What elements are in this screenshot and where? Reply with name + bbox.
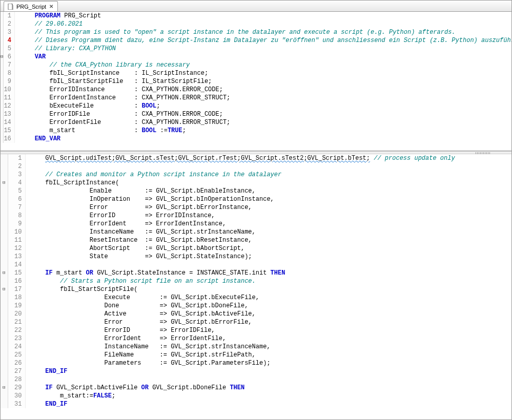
code-text[interactable]: Error => GVL_Script.bErrorFile, — [25, 318, 511, 326]
code-text[interactable]: END_IF — [25, 400, 511, 408]
code-line[interactable]: 22 ErrorID => ErrorIDFile, — [1, 326, 511, 334]
code-text[interactable]: ErrorIdentFile : CXA_PYTHON.ERROR_STRUCT… — [14, 118, 511, 127]
code-line[interactable]: 27 END_IF — [1, 367, 511, 375]
code-line[interactable]: 8 ErrorID => ErrorIDInstance, — [1, 212, 511, 220]
code-line[interactable]: 10 InstanceName := GVL_Script.strInstanc… — [1, 228, 511, 236]
code-text[interactable]: bExecuteFile : BOOL; — [14, 102, 511, 110]
code-line[interactable]: 13 State => GVL_Script.StateInstance); — [1, 253, 511, 261]
code-text[interactable]: InstanceName := GVL_Script.strInstanceNa… — [25, 228, 511, 236]
code-text[interactable]: // 29.06.2021 — [14, 20, 511, 28]
code-text[interactable]: IF GVL_Script.bActiveFile OR GVL_Script.… — [25, 384, 511, 392]
code-text[interactable]: InstanceName := GVL_Script.strInstanceNa… — [25, 343, 511, 351]
code-line[interactable]: 5 Enable := GVL_Script.bEnableInstance, — [1, 187, 511, 195]
code-text[interactable]: fbIL_ScriptInstance : IL_ScriptInstance; — [14, 69, 511, 77]
code-line[interactable]: ⊟15 IF m_start OR GVL_Script.StateInstan… — [1, 269, 511, 277]
code-line[interactable]: 5 // Library: CXA_PYTHON — [1, 45, 511, 53]
code-line[interactable]: 13 ErrorIDFile : CXA_PYTHON.ERROR_CODE; — [1, 110, 511, 118]
code-text[interactable]: PROGRAM PRG_Script — [14, 12, 511, 20]
code-line[interactable]: 24 InstanceName := GVL_Script.strInstanc… — [1, 343, 511, 351]
code-text[interactable]: ResetInstance := GVL_Script.bResetInstan… — [25, 236, 511, 244]
fold-gutter[interactable]: ⊟ — [1, 53, 4, 61]
code-line[interactable]: 21 Error => GVL_Script.bErrorFile, — [1, 318, 511, 326]
code-line[interactable]: 3 // This program is used to "open" a sc… — [1, 28, 511, 36]
code-text[interactable]: ErrorIdent => ErrorIdentFile, — [25, 334, 511, 343]
code-line[interactable]: 7 Error => GVL_Script.bErrorInstance, — [1, 203, 511, 212]
code-text[interactable]: // Library: CXA_PYTHON — [14, 45, 511, 53]
code-text[interactable]: ErrorIdent => ErrorIdentInstance, — [25, 220, 511, 228]
code-text[interactable]: ErrorIDFile : CXA_PYTHON.ERROR_CODE; — [14, 110, 511, 118]
collapse-icon[interactable]: ⊟ — [3, 270, 5, 276]
code-line[interactable]: ⊟4 fbIL_ScriptInstance( — [1, 179, 511, 187]
code-line[interactable]: ⊟17 fbIL_StartScriptFile( — [1, 285, 511, 293]
code-text[interactable]: Done => GVL_Script.bDoneFile, — [25, 302, 511, 310]
code-text[interactable]: InOperation => GVL_Script.bInOperationIn… — [25, 195, 511, 203]
code-line[interactable]: ⊟29 IF GVL_Script.bActiveFile OR GVL_Scr… — [1, 384, 511, 392]
code-line[interactable]: 8 fbIL_ScriptInstance : IL_ScriptInstanc… — [1, 69, 511, 77]
code-line[interactable]: 25 FileName := GVL_Script.strFilePath, — [1, 351, 511, 359]
code-line[interactable]: 7 // the CXA_Python library is necessary — [1, 61, 511, 69]
code-text[interactable]: State => GVL_Script.StateInstance); — [25, 253, 511, 261]
code-line[interactable]: 3 // Creates and monitor a Python script… — [1, 171, 511, 179]
code-line[interactable]: 30 m_start:=FALSE; — [1, 392, 511, 400]
code-line[interactable]: 14 — [1, 261, 511, 269]
code-line[interactable]: 26 Parameters := GVL_Script.ParametersFi… — [1, 359, 511, 367]
code-text[interactable]: IF m_start OR GVL_Script.StateInstance =… — [25, 269, 511, 277]
code-text[interactable]: fbIL_StartScriptFile( — [25, 285, 511, 293]
code-line[interactable]: 20 Active => GVL_Script.bActiveFile, — [1, 310, 511, 318]
code-text[interactable]: Active => GVL_Script.bActiveFile, — [25, 310, 511, 318]
code-text[interactable]: ErrorIDInstance : CXA_PYTHON.ERROR_CODE; — [14, 86, 511, 94]
code-text[interactable]: // the CXA_Python library is necessary — [14, 61, 511, 69]
fold-gutter[interactable]: ⊟ — [1, 179, 8, 187]
code-text[interactable]: Parameters := GVL_Script.ParametersFile)… — [25, 359, 511, 367]
tab-prg-script[interactable]: PRG_Script ✕ — [4, 1, 58, 11]
code-text[interactable]: END_VAR — [14, 135, 511, 143]
code-line[interactable]: 1 PROGRAM PRG_Script — [1, 12, 511, 20]
code-line[interactable]: 2 // 29.06.2021 — [1, 20, 511, 28]
code-line[interactable]: 4 // Dieses Programm dient dazu, eine Sc… — [1, 36, 511, 45]
code-text[interactable]: // Creates and monitor a Python script i… — [25, 171, 511, 179]
code-text[interactable] — [25, 375, 511, 384]
code-line[interactable]: 9 ErrorIdent => ErrorIdentInstance, — [1, 220, 511, 228]
code-line[interactable]: 9 fbIL_StartScriptFile : IL_StartScriptF… — [1, 77, 511, 86]
implementation-pane[interactable]: 1 GVL_Script.udiTest;GVL_Script.sTest;GV… — [1, 154, 511, 419]
code-text[interactable]: // This program is used to "open" a scri… — [14, 28, 511, 36]
code-text[interactable]: m_start : BOOL :=TRUE; — [14, 127, 511, 135]
code-line[interactable]: 10 ErrorIDInstance : CXA_PYTHON.ERROR_CO… — [1, 86, 511, 94]
code-text[interactable]: VAR — [14, 53, 511, 61]
code-text[interactable]: fbIL_StartScriptFile : IL_StartScriptFil… — [14, 77, 511, 86]
code-text[interactable]: ErrorIdentInstance : CXA_PYTHON.ERROR_ST… — [14, 94, 511, 102]
fold-gutter[interactable]: ⊟ — [1, 269, 8, 277]
code-text[interactable]: // Dieses Programm dient dazu, eine Scri… — [14, 36, 511, 45]
code-line[interactable]: 11 ResetInstance := GVL_Script.bResetIns… — [1, 236, 511, 244]
code-text[interactable]: END_IF — [25, 367, 511, 375]
code-text[interactable]: GVL_Script.udiTest;GVL_Script.sTest;GVL_… — [25, 154, 511, 162]
code-line[interactable]: 28 — [1, 375, 511, 384]
code-line[interactable]: 23 ErrorIdent => ErrorIdentFile, — [1, 334, 511, 343]
code-line[interactable]: 19 Done => GVL_Script.bDoneFile, — [1, 302, 511, 310]
fold-gutter[interactable]: ⊟ — [1, 384, 8, 392]
pane-splitter[interactable] — [1, 151, 511, 154]
collapse-icon[interactable]: ⊟ — [3, 385, 5, 390]
code-text[interactable] — [25, 162, 511, 171]
collapse-icon[interactable]: ⊟ — [3, 180, 5, 185]
code-line[interactable]: 11 ErrorIdentInstance : CXA_PYTHON.ERROR… — [1, 94, 511, 102]
collapse-icon[interactable]: ⊟ — [3, 287, 5, 292]
collapse-icon[interactable]: ⊟ — [1, 54, 3, 59]
code-text[interactable]: Enable := GVL_Script.bEnableInstance, — [25, 187, 511, 195]
declaration-pane[interactable]: 1 PROGRAM PRG_Script2 // 29.06.20213 // … — [1, 12, 511, 151]
close-icon[interactable]: ✕ — [49, 4, 53, 9]
code-text[interactable] — [25, 261, 511, 269]
code-line[interactable]: ⊟6 VAR — [1, 53, 511, 61]
code-line[interactable]: 15 m_start : BOOL :=TRUE; — [1, 127, 511, 135]
code-text[interactable]: ErrorID => ErrorIDFile, — [25, 326, 511, 334]
code-line[interactable]: 1 GVL_Script.udiTest;GVL_Script.sTest;GV… — [1, 154, 511, 162]
code-text[interactable]: fbIL_ScriptInstance( — [25, 179, 511, 187]
code-line[interactable]: 12 AbortScript := GVL_Script.bAbortScrip… — [1, 244, 511, 253]
code-text[interactable]: m_start:=FALSE; — [25, 392, 511, 400]
code-text[interactable]: FileName := GVL_Script.strFilePath, — [25, 351, 511, 359]
code-line[interactable]: 31 END_IF — [1, 400, 511, 408]
code-line[interactable]: 16 END_VAR — [1, 135, 511, 143]
code-line[interactable]: 12 bExecuteFile : BOOL; — [1, 102, 511, 110]
code-text[interactable]: Execute := GVL_Script.bExecuteFile, — [25, 293, 511, 302]
code-line[interactable]: 16 // Starts a Python script file on an … — [1, 277, 511, 285]
